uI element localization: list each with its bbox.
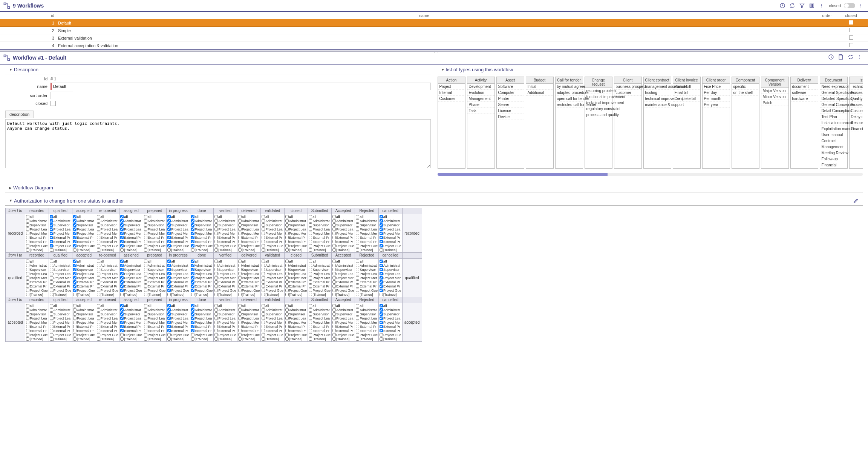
role-checkbox[interactable] [191, 312, 194, 316]
type-item[interactable]: Minor Version [761, 94, 788, 100]
role-checkbox[interactable] [285, 240, 289, 243]
type-item[interactable]: document [791, 84, 818, 90]
role-checkbox[interactable] [167, 308, 171, 312]
type-item[interactable]: Management [820, 144, 847, 150]
type-item[interactable]: restricted call for tender [556, 102, 583, 108]
role-checkbox[interactable] [167, 219, 171, 223]
role-checkbox[interactable] [144, 333, 147, 336]
role-checkbox[interactable] [120, 304, 124, 307]
col-order[interactable]: order [793, 12, 834, 19]
role-checkbox[interactable] [356, 337, 359, 341]
type-item[interactable]: Evolution [467, 90, 494, 96]
role-checkbox[interactable] [380, 304, 383, 307]
role-checkbox[interactable] [50, 304, 53, 307]
role-checkbox[interactable] [97, 219, 100, 223]
role-checkbox[interactable] [356, 293, 359, 296]
role-checkbox[interactable] [73, 244, 77, 247]
role-checkbox[interactable] [144, 304, 147, 307]
role-checkbox[interactable] [50, 227, 53, 231]
role-checkbox[interactable] [50, 236, 53, 239]
role-checkbox[interactable] [191, 289, 194, 292]
role-checkbox[interactable] [191, 284, 194, 288]
role-checkbox[interactable] [97, 293, 100, 296]
role-checkbox[interactable] [238, 325, 242, 328]
role-checkbox[interactable] [214, 232, 218, 235]
col-closed[interactable]: closed [834, 12, 868, 19]
role-checkbox[interactable] [97, 227, 100, 231]
type-item[interactable]: Resourc manager issue [850, 120, 863, 126]
role-checkbox[interactable] [332, 329, 336, 332]
role-checkbox[interactable] [238, 248, 242, 252]
role-checkbox[interactable] [285, 333, 289, 336]
role-checkbox[interactable] [262, 219, 265, 223]
role-checkbox[interactable] [309, 337, 312, 341]
type-item[interactable]: Financial [820, 162, 847, 168]
role-checkbox[interactable] [309, 232, 312, 235]
role-checkbox[interactable] [214, 317, 218, 320]
role-checkbox[interactable] [238, 215, 242, 218]
role-checkbox[interactable] [262, 337, 265, 341]
filter-icon[interactable] [798, 2, 806, 10]
role-checkbox[interactable] [73, 227, 77, 231]
type-item[interactable]: technical improvement [585, 100, 612, 106]
type-item[interactable]: hardware [791, 96, 818, 102]
role-checkbox[interactable] [167, 317, 171, 320]
role-checkbox[interactable] [380, 293, 383, 296]
role-checkbox[interactable] [167, 215, 171, 218]
role-checkbox[interactable] [73, 337, 77, 341]
role-checkbox[interactable] [167, 284, 171, 288]
role-checkbox[interactable] [26, 232, 29, 235]
role-checkbox[interactable] [26, 276, 29, 280]
type-item[interactable]: Detailed Specification [820, 96, 847, 102]
role-checkbox[interactable] [191, 276, 194, 280]
role-checkbox[interactable] [356, 264, 359, 267]
role-checkbox[interactable] [356, 248, 359, 252]
role-checkbox[interactable] [120, 264, 124, 267]
role-checkbox[interactable] [97, 317, 100, 320]
type-item[interactable]: Custome complain [850, 108, 863, 114]
role-checkbox[interactable] [120, 223, 124, 227]
type-item[interactable]: Final bill [673, 90, 700, 96]
role-checkbox[interactable] [285, 289, 289, 292]
role-checkbox[interactable] [380, 227, 383, 231]
type-item[interactable]: User manual [820, 132, 847, 138]
type-item[interactable]: on the shelf [732, 90, 759, 96]
type-item[interactable]: Need expression [820, 84, 847, 90]
role-checkbox[interactable] [97, 304, 100, 307]
role-checkbox[interactable] [191, 219, 194, 223]
role-checkbox[interactable] [167, 240, 171, 243]
role-checkbox[interactable] [309, 272, 312, 275]
type-item[interactable]: Installation manual [820, 120, 847, 126]
role-checkbox[interactable] [262, 236, 265, 239]
type-item[interactable]: Delay no respect [850, 114, 863, 120]
role-checkbox[interactable] [167, 280, 171, 284]
role-checkbox[interactable] [285, 293, 289, 296]
role-checkbox[interactable] [356, 308, 359, 312]
role-checkbox[interactable] [238, 284, 242, 288]
type-item[interactable]: Licence [497, 108, 524, 114]
type-item[interactable]: maintenance & support [644, 102, 671, 108]
type-item[interactable]: Task [467, 108, 494, 114]
role-checkbox[interactable] [262, 248, 265, 252]
role-checkbox[interactable] [309, 317, 312, 320]
role-checkbox[interactable] [380, 325, 383, 328]
role-checkbox[interactable] [120, 236, 124, 239]
role-checkbox[interactable] [26, 284, 29, 288]
role-checkbox[interactable] [97, 223, 100, 227]
role-checkbox[interactable] [285, 268, 289, 271]
role-checkbox[interactable] [214, 280, 218, 284]
role-checkbox[interactable] [380, 232, 383, 235]
role-checkbox[interactable] [120, 276, 124, 280]
role-checkbox[interactable] [120, 244, 124, 247]
grid-row[interactable]: 3External validation [0, 34, 868, 42]
role-checkbox[interactable] [26, 219, 29, 223]
role-checkbox[interactable] [191, 215, 194, 218]
type-item[interactable]: Management [467, 96, 494, 102]
columns-icon[interactable] [808, 2, 816, 10]
type-item[interactable]: Complete bill [673, 96, 700, 102]
refresh-icon[interactable] [848, 54, 855, 61]
role-checkbox[interactable] [380, 219, 383, 223]
role-checkbox[interactable] [238, 308, 242, 312]
type-item[interactable]: business prospect [614, 84, 641, 90]
role-checkbox[interactable] [144, 227, 147, 231]
